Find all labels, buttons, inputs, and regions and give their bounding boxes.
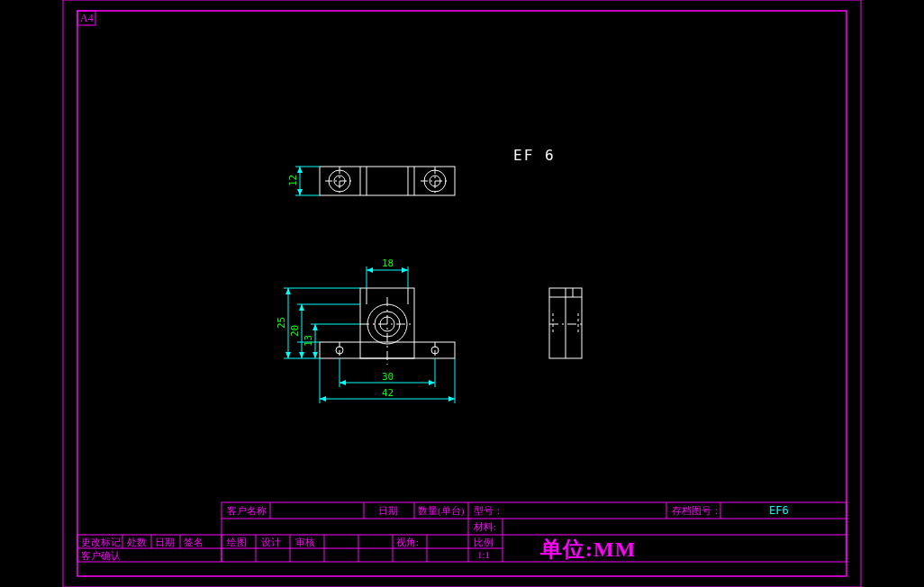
dim-13: 13 (303, 335, 314, 347)
svg-marker-54 (429, 380, 435, 385)
tb-model: 型号： (474, 505, 503, 516)
count: 处数 (127, 537, 147, 547)
tb-scale: 比例 (474, 537, 494, 547)
svg-rect-72 (222, 502, 847, 562)
svg-marker-48 (313, 324, 318, 330)
change-mark: 更改标记 (81, 537, 121, 547)
unit-label: 单位:MM (539, 537, 636, 561)
dim-20: 20 (289, 325, 301, 337)
part-label: EF 6 (513, 147, 556, 164)
svg-marker-53 (340, 380, 346, 385)
rev-date: 日期 (155, 537, 175, 547)
customer-confirm: 客户确认 (81, 550, 121, 561)
svg-marker-42 (285, 288, 291, 294)
top-view: 12 (287, 167, 455, 195)
customer-name: 客户名称 (227, 505, 267, 516)
svg-marker-16 (297, 167, 303, 173)
side-view (549, 288, 582, 358)
svg-marker-34 (367, 267, 373, 273)
dim-42: 42 (382, 387, 394, 399)
dim-25: 25 (276, 317, 287, 329)
svg-marker-43 (285, 352, 291, 358)
dim-30: 30 (382, 371, 394, 383)
svg-marker-49 (313, 352, 318, 358)
front-view: 18 25 20 13 30 42 (276, 257, 455, 403)
svg-marker-35 (402, 267, 408, 273)
tb-drawn: 绘图 (227, 537, 247, 547)
tb-view: 视角: (396, 537, 419, 547)
sign: 签名 (184, 537, 204, 547)
svg-marker-58 (320, 396, 326, 402)
tb-design: 设计 (261, 537, 281, 547)
tb-archive-val: EF6 (769, 504, 789, 517)
svg-marker-46 (299, 352, 304, 358)
svg-marker-17 (297, 189, 303, 195)
tb-material: 材料: (473, 521, 496, 532)
svg-marker-59 (448, 396, 455, 402)
title-block: 更改标记 处数 日期 签名 客户确认 客户名称 日期 数量(单台) 型号： 存档… (77, 502, 847, 562)
drawing-canvas: A4 EF 6 12 (0, 0, 924, 587)
svg-marker-45 (299, 304, 304, 311)
inner-frame (77, 11, 847, 576)
tb-archive: 存档图号： (672, 505, 721, 516)
dim-18: 18 (382, 257, 394, 269)
tb-date: 日期 (378, 505, 398, 516)
dim-top-height: 12 (287, 175, 299, 186)
tb-check: 审核 (295, 537, 315, 547)
tb-qty: 数量(单台) (418, 505, 465, 517)
outer-frame (63, 0, 861, 587)
tb-scale-val: 1:1 (477, 549, 490, 560)
size-label: A4 (80, 12, 94, 24)
